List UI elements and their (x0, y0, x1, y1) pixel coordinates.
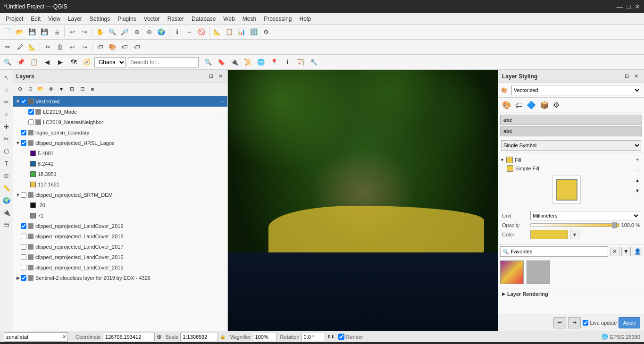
script-btn[interactable]: 📜 (242, 57, 253, 68)
layer-action[interactable]: ⋯ (221, 99, 226, 104)
open-table-btn[interactable]: 📋 (224, 26, 235, 38)
swatch-gray[interactable] (527, 260, 550, 284)
layer-visible-checkbox[interactable] (21, 254, 26, 260)
poly2-side-btn[interactable]: ⬡ (1, 145, 12, 157)
arrow-btn[interactable]: 🏹 (295, 57, 306, 68)
nav-search-icon[interactable]: 🔍 (2, 57, 13, 68)
expand-arrow[interactable]: ▼ (15, 99, 21, 104)
opacity-slider[interactable] (530, 223, 619, 227)
pin2-btn[interactable]: 📍 (268, 57, 280, 68)
menu-vector[interactable]: Vector (140, 15, 164, 23)
wrench-btn[interactable]: 🔧 (308, 57, 319, 68)
fill-row[interactable]: ▼ Fill (500, 156, 633, 164)
pencil-btn[interactable]: 🖊 (14, 42, 25, 53)
world-side-btn[interactable]: 🌍 (1, 194, 12, 206)
bottom-search-input[interactable] (4, 334, 61, 340)
remove-symbol-btn[interactable]: − (633, 165, 642, 175)
undo-edit-btn[interactable]: ↩ (67, 42, 78, 53)
apply-btn[interactable]: Apply (619, 317, 640, 328)
add-symbol-btn[interactable]: + (633, 155, 642, 164)
styling-float-btn[interactable]: ⊡ (622, 72, 631, 81)
undo-style-btn[interactable]: ↩ (553, 317, 566, 328)
menu-web[interactable]: Web (219, 15, 238, 23)
nav-map-btn[interactable]: 🗺 (68, 57, 79, 68)
search-clear-btn[interactable]: ✕ (61, 334, 67, 339)
layer-visible-checkbox[interactable] (28, 109, 34, 115)
layer-visible-checkbox[interactable] (21, 265, 26, 270)
label3-btn[interactable]: 🏷 (131, 42, 142, 53)
map-area[interactable] (228, 70, 498, 331)
layer-visible-checkbox[interactable] (21, 275, 26, 281)
expand-arrow[interactable]: ▼ (15, 141, 21, 145)
layers-float-btn[interactable]: ⊡ (207, 72, 215, 81)
simple-fill-row[interactable]: Simple Fill (500, 164, 633, 173)
menu-plugins[interactable]: Plugins (114, 15, 140, 23)
layer-item[interactable]: LC2019_NearestNeighbor (13, 117, 227, 127)
field-calc-btn[interactable]: ⚙ (260, 26, 272, 38)
cut-side-btn[interactable]: ✂ (1, 133, 12, 144)
stat-btn[interactable]: 📊 (236, 26, 247, 38)
save-as-btn[interactable]: 💾 (39, 26, 50, 38)
menu-project[interactable]: Project (2, 15, 27, 23)
redo-style-btn[interactable]: ↪ (568, 317, 581, 328)
menu-edit[interactable]: Edit (27, 15, 44, 23)
style-icon-4[interactable]: 📦 (539, 100, 550, 110)
menu-processing[interactable]: Processing (260, 15, 295, 23)
menu-layer[interactable]: Layer (64, 15, 86, 23)
delete-btn[interactable]: 🗑 (54, 42, 66, 53)
menu-help[interactable]: Help (296, 15, 315, 23)
unit-select[interactable]: Millimeters (530, 211, 640, 220)
coordinate-input[interactable] (103, 333, 155, 341)
digitize-btn[interactable]: ✏ (2, 42, 13, 53)
minimize-btn[interactable]: — (617, 3, 623, 10)
menu-mesh[interactable]: Mesh (239, 15, 260, 23)
layer-visible-btn[interactable]: 👁 (46, 84, 56, 94)
redo-btn[interactable]: ↪ (79, 26, 90, 38)
measure2-side-btn[interactable]: 📏 (1, 182, 12, 193)
cut-btn[interactable]: ✂ (42, 42, 53, 53)
scale-input[interactable] (180, 333, 218, 341)
scale-lock-btn[interactable]: 🔒 (220, 334, 226, 339)
redo-edit-btn[interactable]: ↪ (79, 42, 90, 53)
up-symbol-btn[interactable]: ▲ (633, 176, 642, 185)
edit-side-btn[interactable]: ✏ (1, 96, 12, 108)
search-btn[interactable]: 🔍 (202, 57, 214, 68)
layer-visible-checkbox[interactable] (21, 244, 26, 250)
location-select[interactable]: Ghana (94, 57, 126, 67)
lr-header[interactable]: ▶ Layer Rendering (502, 290, 640, 298)
live-update-checkbox[interactable] (583, 320, 588, 326)
nav-back-btn[interactable]: ◀ (42, 57, 53, 68)
label-btn[interactable]: 🏷 (94, 42, 106, 53)
layer-item[interactable]: clipped_reprojected_LandCover_2018 (13, 231, 227, 242)
select-btn[interactable]: ↔ (184, 26, 195, 38)
nav-loc-icon[interactable]: 🧭 (81, 57, 92, 68)
new-project-btn[interactable]: 📄 (2, 26, 13, 38)
layer-visible-checkbox[interactable] (21, 192, 26, 198)
globe-btn[interactable]: 🌐 (255, 57, 267, 68)
label-side-btn[interactable]: T (1, 158, 12, 169)
search-input[interactable] (128, 57, 199, 67)
layer-item[interactable]: clipped_reprojected_LandCover_2017 (13, 242, 227, 252)
zoom-full-btn[interactable]: ⊕ (131, 26, 142, 38)
render-checkbox[interactable] (338, 334, 344, 340)
zoom-select-btn[interactable]: 🌍 (156, 26, 167, 38)
expand-arrow[interactable]: ▼ (15, 193, 21, 197)
layer-item[interactable]: ▶ Sentinel-2 cloudless layer for 2019 by… (13, 273, 227, 283)
menu-settings[interactable]: Settings (86, 15, 114, 23)
layer-item[interactable]: ▼ clipped_reprojected_SRTM_DEM (13, 190, 227, 200)
symbol-type-select[interactable]: Single Symbol (501, 140, 641, 151)
add-layer-btn[interactable]: ⊕ (15, 84, 25, 94)
plugin-btn[interactable]: 🔌 (229, 57, 240, 68)
layer-visible-checkbox[interactable] (21, 130, 26, 135)
bookmark-btn[interactable]: 🔖 (216, 57, 227, 68)
remove-layer-btn[interactable]: ⊖ (25, 84, 35, 94)
deselect-btn[interactable]: 🚫 (196, 26, 207, 38)
style-icon-3[interactable]: 🔷 (526, 100, 537, 110)
nav-layer-btn[interactable]: 📋 (28, 57, 40, 68)
style-icon-5[interactable]: ⚙ (552, 100, 560, 110)
plugin2-side-btn[interactable]: 🔌 (1, 207, 12, 218)
layers-close-btn[interactable]: ✕ (216, 72, 225, 81)
opacity-handle[interactable] (612, 222, 617, 228)
menu-view[interactable]: View (44, 15, 64, 23)
close-btn[interactable]: ✕ (635, 3, 640, 10)
